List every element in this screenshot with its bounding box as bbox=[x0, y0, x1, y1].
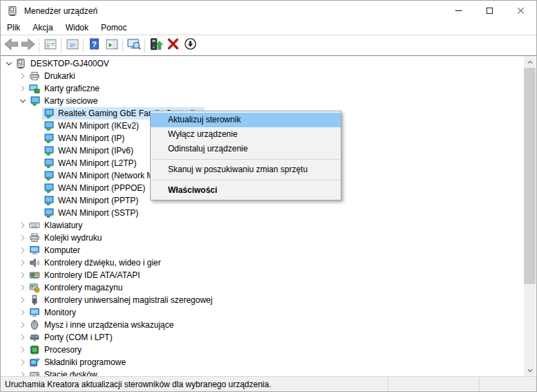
device-manager-icon bbox=[7, 6, 18, 17]
back-icon bbox=[3, 37, 19, 55]
chevron-right-icon[interactable] bbox=[17, 270, 28, 281]
port-icon bbox=[29, 332, 40, 343]
status-bar-separator bbox=[479, 377, 480, 391]
menubar-item-widok[interactable]: Widok bbox=[59, 21, 95, 35]
tree-item[interactable]: Kontrolery magazynu bbox=[1, 281, 536, 294]
chevron-right-icon[interactable] bbox=[17, 369, 28, 376]
monitor-icon bbox=[29, 245, 40, 256]
menubar-item-plik[interactable]: Plik bbox=[1, 21, 26, 35]
tree-item-label: WAN Miniport (L2TP) bbox=[57, 158, 138, 169]
tree-item[interactable]: Drukarki bbox=[1, 70, 536, 82]
tree-item[interactable]: Stacje dysków bbox=[1, 368, 536, 376]
cpu-icon bbox=[29, 344, 40, 355]
forward-button[interactable] bbox=[19, 37, 37, 54]
computer-icon bbox=[15, 58, 26, 69]
vertical-scrollbar[interactable] bbox=[524, 56, 536, 376]
maximize-button[interactable] bbox=[474, 1, 505, 21]
network-adapter-icon bbox=[43, 195, 54, 206]
toolbar-separator bbox=[39, 39, 39, 53]
tree-item[interactable]: Składniki programowe bbox=[1, 356, 536, 368]
disable-device-button[interactable] bbox=[182, 37, 199, 54]
chevron-right-icon[interactable] bbox=[17, 344, 28, 355]
chevron-right-icon[interactable] bbox=[17, 257, 28, 268]
context-menu-item[interactable]: Wyłącz urządzenie bbox=[151, 127, 341, 142]
action-pane-button[interactable] bbox=[103, 37, 120, 54]
update-driver-icon bbox=[149, 37, 163, 54]
chevron-right-icon[interactable] bbox=[17, 295, 28, 306]
menubar-item-akcja[interactable]: Akcja bbox=[26, 21, 59, 35]
tree-item-label: WAN Miniport (PPTP) bbox=[57, 195, 140, 206]
chevron-right-icon[interactable] bbox=[17, 232, 28, 243]
device-tree: DESKTOP-GJ400OVDrukarkiKarty graficzneKa… bbox=[1, 55, 536, 376]
uninstall-device-button[interactable] bbox=[164, 37, 182, 54]
tree-item-content: Składniki programowe bbox=[28, 356, 129, 368]
help-button[interactable]: ? bbox=[86, 37, 103, 54]
context-menu-item[interactable]: Odinstaluj urządzenie bbox=[151, 142, 341, 156]
tree-item[interactable]: Klawiatury bbox=[1, 219, 536, 232]
chevron-right-icon[interactable] bbox=[17, 245, 28, 256]
minimize-button[interactable] bbox=[443, 1, 474, 21]
scan-hardware-changes-button[interactable] bbox=[125, 37, 142, 54]
ide-controller-icon bbox=[29, 270, 40, 281]
toolbar-separator bbox=[144, 39, 145, 53]
tree-item-content: WAN Miniport (PPTP) bbox=[42, 194, 142, 207]
close-button[interactable] bbox=[505, 1, 536, 21]
device-manager-window: Menedżer urządzeń PlikAkcjaWidokPomoc ? … bbox=[0, 0, 537, 392]
tree-item-label: Stacje dysków bbox=[43, 369, 99, 376]
tree-item-content: Kolejki wydruku bbox=[28, 232, 105, 244]
tree-item[interactable]: WAN Miniport (SSTP) bbox=[1, 207, 536, 219]
toolbar-separator bbox=[83, 39, 84, 53]
usb-icon bbox=[29, 295, 40, 306]
help-icon: ? bbox=[88, 38, 100, 53]
chevron-right-icon[interactable] bbox=[17, 83, 28, 94]
chevron-right-icon[interactable] bbox=[17, 332, 28, 343]
tree-item[interactable]: Kontrolery IDE ATA/ATAPI bbox=[1, 269, 536, 281]
tree-item[interactable]: Kontrolery uniwersalnej magistrali szere… bbox=[1, 294, 536, 306]
tree-item-content: Drukarki bbox=[28, 70, 79, 82]
chevron-right-icon[interactable] bbox=[17, 282, 28, 293]
show-console-tree-button[interactable] bbox=[41, 37, 59, 54]
tree-item[interactable]: Komputer bbox=[1, 244, 536, 256]
tree-item-label: Mysz i inne urządzenia wskazujące bbox=[43, 319, 175, 330]
back-button[interactable] bbox=[2, 37, 19, 54]
network-adapter-icon bbox=[43, 108, 54, 119]
tree-item[interactable]: Kontrolery dźwięku, wideo i gier bbox=[1, 256, 536, 269]
chevron-right-icon[interactable] bbox=[17, 307, 28, 318]
tree-item-content: WAN Miniport (SSTP) bbox=[42, 207, 142, 219]
tree-item[interactable]: Procesory bbox=[1, 344, 536, 356]
tree-item-label: Kontrolery IDE ATA/ATAPI bbox=[43, 270, 142, 281]
tree-item[interactable]: Monitory bbox=[1, 306, 536, 319]
context-menu-item[interactable]: Skanuj w poszukiwaniu zmian sprzętu bbox=[151, 162, 341, 177]
tree-item[interactable]: Kolejki wydruku bbox=[1, 232, 536, 244]
chevron-right-icon[interactable] bbox=[17, 357, 28, 368]
software-component-icon bbox=[29, 357, 40, 368]
forward-icon bbox=[21, 37, 36, 55]
chevron-down-icon[interactable] bbox=[3, 58, 15, 69]
tree-item-content: Kontrolery magazynu bbox=[28, 281, 126, 294]
scrollbar-down-button[interactable] bbox=[524, 364, 536, 376]
tree-item[interactable]: Porty (COM i LPT) bbox=[1, 331, 536, 344]
tree-item[interactable]: Mysz i inne urządzenia wskazujące bbox=[1, 319, 536, 331]
properties-button[interactable] bbox=[64, 37, 81, 54]
tree-item[interactable]: Karty sieciowe bbox=[1, 95, 536, 107]
tree-item[interactable]: DESKTOP-GJ400OV bbox=[1, 57, 536, 70]
scrollbar-thumb[interactable] bbox=[524, 68, 536, 284]
disk-drive-icon bbox=[29, 369, 40, 376]
update-driver-button[interactable] bbox=[147, 37, 164, 54]
tree-item-label: Procesory bbox=[43, 344, 83, 355]
chevron-down-icon[interactable] bbox=[17, 95, 28, 106]
chevron-right-icon[interactable] bbox=[17, 71, 28, 82]
tree-item[interactable]: Karty graficzne bbox=[1, 82, 536, 95]
tree-item-content: Mysz i inne urządzenia wskazujące bbox=[28, 319, 177, 331]
network-adapter-icon bbox=[43, 183, 54, 194]
tree-item-content: Procesory bbox=[28, 344, 85, 356]
scrollbar-up-button[interactable] bbox=[524, 56, 536, 68]
scan-icon bbox=[127, 37, 141, 54]
context-menu-item[interactable]: Właściwości bbox=[151, 183, 341, 198]
chevron-right-icon[interactable] bbox=[17, 220, 28, 231]
context-menu-item[interactable]: Aktualizuj sterownik bbox=[151, 113, 341, 127]
window-title: Menedżer urządzeń bbox=[24, 6, 97, 16]
tree-item-content: DESKTOP-GJ400OV bbox=[15, 57, 113, 70]
chevron-right-icon[interactable] bbox=[17, 319, 28, 330]
menubar-item-pomoc[interactable]: Pomoc bbox=[95, 21, 133, 35]
